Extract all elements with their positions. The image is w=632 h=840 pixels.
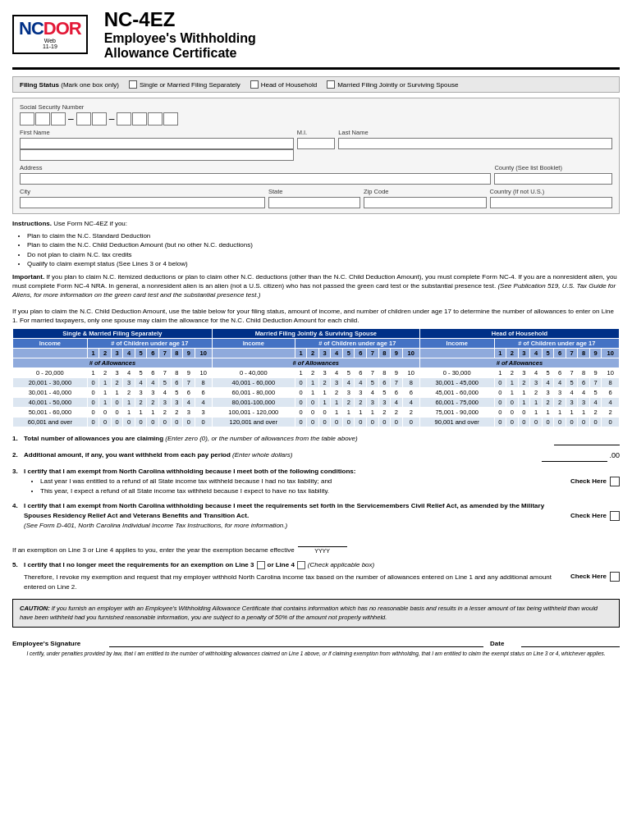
num-1-5: 5	[135, 348, 147, 358]
sub-income-2: Income	[212, 338, 295, 348]
state-field: State	[268, 188, 360, 208]
first-name-input[interactable]	[20, 138, 294, 149]
num-2-4: 4	[331, 348, 343, 358]
num-3-7: 7	[566, 348, 578, 358]
col-header-single: Single & Married Filing Separately	[13, 328, 213, 338]
sig-fine-print: I certify, under penalties provided by l…	[12, 650, 620, 657]
line-2-input[interactable]	[542, 450, 607, 462]
ssn-box-1[interactable]	[20, 112, 34, 126]
ssn-label: Social Security Number	[20, 103, 612, 111]
ssn-box-7[interactable]	[132, 112, 147, 126]
col-header-hoh: Head of Household	[419, 328, 619, 338]
table-intro: If you plan to claim the N.C. Child Dedu…	[12, 307, 620, 325]
filing-checkbox-married[interactable]	[327, 80, 335, 89]
line-5-check-note: (Check applicable box)	[308, 560, 374, 570]
last-name-input[interactable]	[338, 138, 612, 149]
ssn-box-2[interactable]	[35, 112, 50, 126]
first-name-input-wide[interactable]	[20, 149, 294, 161]
line-3-bullet-2: This year, I expect a refund of all Stat…	[40, 486, 567, 496]
line-3-row: 3. I certify that I am exempt from North…	[12, 467, 620, 496]
form-title2: Allowance Certificate	[104, 46, 256, 61]
ssn-sep-2: –	[108, 112, 116, 126]
ssn-box-8[interactable]	[148, 112, 163, 126]
line-5-checkbox-4[interactable]	[297, 561, 305, 569]
ssn-row: – –	[20, 112, 612, 126]
address-label: Address	[20, 164, 491, 171]
county-input[interactable]	[494, 173, 612, 185]
county-field: County (See list Booklet)	[494, 164, 612, 185]
num-spacer-1	[13, 348, 88, 358]
num-2-6: 6	[355, 348, 367, 358]
line-3-content: I certify that I am exempt from North Ca…	[24, 467, 567, 496]
address-input[interactable]	[20, 173, 491, 185]
num-2-8: 8	[378, 348, 391, 358]
logo-date: 11-19	[43, 43, 57, 49]
zip-label: Zip Code	[364, 188, 486, 195]
line-5-text1: I certify that I no longer meet the requ…	[24, 560, 254, 570]
filing-option-hoh[interactable]: Head of Household	[250, 80, 318, 89]
filing-label-single: Single or Married Filing Separately	[140, 81, 240, 89]
city-field: City	[20, 188, 265, 208]
allowance-table: Single & Married Filing Separately Marri…	[12, 328, 620, 427]
year-input[interactable]	[298, 536, 347, 547]
city-row: City State Zip Code Country (If not U.S.…	[20, 188, 612, 208]
form-number: NC-4EZ	[104, 8, 256, 31]
filing-status-label: Filing Status (Mark one box only)	[20, 81, 119, 89]
income-c1-1: 0 - 20,000	[13, 368, 88, 377]
mi-label: M.I.	[297, 129, 336, 136]
last-name-field: Last Name	[338, 129, 612, 161]
table-row: 60,001 and over 0000000000 120,001 and o…	[13, 417, 620, 427]
ssn-group1	[20, 112, 66, 126]
state-input[interactable]	[268, 197, 360, 208]
sig-label: Employee's Signature	[12, 640, 103, 647]
filing-checkbox-single[interactable]	[129, 80, 137, 89]
table-row: 0 - 20,000 12345678910 0 - 40,000 123456…	[13, 368, 620, 377]
ssn-box-3[interactable]	[51, 112, 66, 126]
form-header: NCDOR Web 11-19 NC-4EZ Employee's Withho…	[12, 8, 620, 70]
line-1-row: 1. Total number of allowances you are cl…	[12, 434, 620, 445]
num-2-9: 9	[391, 348, 403, 358]
line-4-check-here: Check Here	[570, 501, 620, 531]
ssn-box-6[interactable]	[117, 112, 131, 126]
ssn-box-4[interactable]	[76, 112, 91, 126]
ssn-box-5[interactable]	[92, 112, 107, 126]
num-1-7: 7	[159, 348, 172, 358]
country-input[interactable]	[490, 197, 612, 208]
line-3-checkbox[interactable]	[610, 477, 620, 486]
sub-income-3: Income	[419, 338, 494, 348]
line-1-input[interactable]	[554, 434, 620, 445]
val-c1-1-1: 1	[87, 368, 99, 377]
line-5-check-here: Check Here	[570, 560, 620, 592]
line-5-row: 5. I certify that I no longer meet the r…	[12, 560, 620, 592]
line-5-checkbox[interactable]	[610, 572, 620, 582]
instructions-bullet-2: Plan to claim the N.C. Child Deduction A…	[27, 240, 620, 249]
allowances-header-1: # of Allowances	[13, 358, 213, 368]
zip-input[interactable]	[364, 197, 486, 208]
sig-row: Employee's Signature Date	[12, 634, 620, 647]
city-input[interactable]	[20, 197, 265, 208]
num-1-4: 4	[123, 348, 135, 358]
line-3-bullets: Last year I was entitled to a refund of …	[40, 477, 567, 496]
mi-input[interactable]	[297, 138, 336, 149]
lines-section: 1. Total number of allowances you are cl…	[12, 434, 620, 593]
exemption-year-row: If an exemption on Line 3 or Line 4 appl…	[12, 536, 620, 556]
filing-status-bar: Filing Status (Mark one box only) Single…	[12, 76, 620, 93]
income-c2-1: 0 - 40,000	[212, 368, 295, 377]
ssn-sep-1: –	[67, 112, 75, 126]
filing-checkbox-hoh[interactable]	[250, 80, 259, 89]
filing-option-married[interactable]: Married Filing Jointly or Surviving Spou…	[327, 80, 458, 89]
table-row: 50,001 - 60,000 0001112233 100,001 - 120…	[13, 407, 620, 417]
date-line[interactable]	[521, 634, 620, 647]
ssn-box-9[interactable]	[163, 112, 178, 126]
sub-income-1: Income	[13, 338, 88, 348]
sig-line[interactable]	[109, 634, 483, 647]
address-row: Address County (See list Booklet)	[20, 164, 612, 185]
num-2-3: 3	[318, 348, 331, 358]
line-5-checkbox-3[interactable]	[257, 561, 265, 569]
line-5-top: I certify that I no longer meet the requ…	[24, 560, 567, 570]
line-4-number: 4.	[12, 501, 21, 531]
instructions-bullets: Plan to claim the N.C. Standard Deductio…	[27, 231, 620, 268]
filing-option-single[interactable]: Single or Married Filing Separately	[129, 80, 240, 89]
logo-box: NCDOR Web 11-19	[12, 15, 88, 54]
line-4-checkbox[interactable]	[610, 511, 620, 521]
